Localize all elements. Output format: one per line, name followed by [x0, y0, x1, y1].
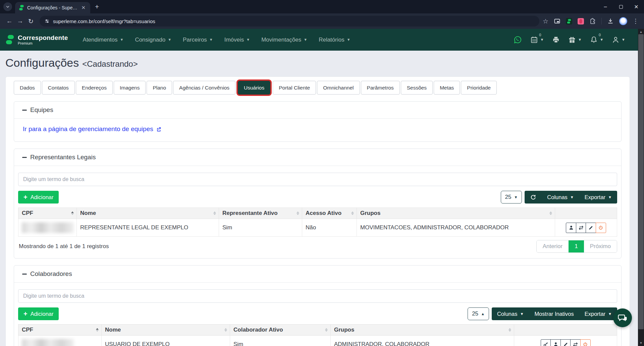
tab-dados[interactable]: Dados: [14, 81, 41, 95]
downloads-icon[interactable]: [607, 18, 614, 24]
user-action-button[interactable]: [550, 339, 561, 346]
colaboradores-export-button[interactable]: Exportar▼: [579, 307, 617, 320]
gift-menu[interactable]: ▼: [568, 36, 582, 44]
scrollbar-thumb[interactable]: [638, 34, 644, 329]
scrollbar-up-arrow[interactable]: ▲: [638, 30, 644, 34]
edit-action-button[interactable]: [560, 339, 571, 346]
representantes-refresh-button[interactable]: [525, 191, 542, 204]
extension-icon[interactable]: [578, 18, 584, 24]
browser-menu-icon[interactable]: ⋮: [633, 17, 639, 25]
column-header-representante-ativo[interactable]: Representante Ativo: [219, 208, 302, 219]
column-header-grupos[interactable]: Grupos: [357, 208, 555, 219]
tab-prioridade[interactable]: Prioridade: [461, 81, 497, 95]
extensions-puzzle-icon[interactable]: [589, 18, 596, 24]
tab-close-icon[interactable]: ✕: [80, 5, 87, 11]
external-link-icon: [156, 126, 162, 132]
tab-parametros[interactable]: Parâmetros: [361, 81, 400, 95]
colaboradores-columns-button[interactable]: Colunas▼: [492, 307, 529, 320]
tab-sessoes[interactable]: Sessões: [401, 81, 433, 95]
picture-in-picture-icon[interactable]: [554, 18, 560, 24]
section-equipes: Equipes Ir para a página de gerenciament…: [14, 101, 622, 142]
sort-icon: [213, 212, 216, 215]
user-menu[interactable]: ▼: [612, 36, 625, 44]
user-action-button[interactable]: [566, 223, 576, 233]
superleme-extension-icon[interactable]: [566, 18, 572, 24]
column-header-grupos[interactable]: Grupos: [331, 325, 514, 336]
teams-management-link[interactable]: Ir para a página de gerenciamento de equ…: [23, 125, 162, 133]
menu-atendimentos[interactable]: Atendimentos▼: [83, 37, 124, 43]
representantes-page-size-select[interactable]: 25 ▼: [501, 191, 522, 204]
reload-button[interactable]: ↻: [25, 16, 36, 26]
representantes-export-button[interactable]: Exportar▼: [579, 191, 617, 204]
column-header-cpf[interactable]: CPF: [18, 208, 77, 219]
menu-parceiros[interactable]: Parceiros▼: [183, 37, 213, 43]
tab-enderecos[interactable]: Endereços: [76, 81, 113, 95]
representantes-search-input[interactable]: [18, 173, 617, 186]
tab-omnichannel[interactable]: Omnichannel: [317, 81, 360, 95]
tab-metas[interactable]: Metas: [434, 81, 460, 95]
column-header-colaborador-ativo[interactable]: Colaborador Ativo: [230, 325, 331, 336]
colaboradores-show-inactive-button[interactable]: Mostrar Inativos: [529, 307, 579, 320]
tab-search-button[interactable]: [3, 2, 12, 11]
colaboradores-page-size-select[interactable]: 25 ▲: [468, 307, 489, 320]
tab-contatos[interactable]: Contatos: [42, 81, 75, 95]
cell-cpf: [18, 336, 102, 346]
column-header-nome[interactable]: Nome: [102, 325, 230, 336]
window-close-button[interactable]: ✕: [629, 0, 644, 13]
gift-icon: [568, 36, 576, 44]
column-header-nome[interactable]: Nome: [77, 208, 219, 219]
browser-profile-avatar[interactable]: [619, 17, 627, 25]
section-representantes-header[interactable]: Representantes Legais: [14, 149, 621, 166]
section-equipes-header[interactable]: Equipes: [14, 102, 621, 119]
calendar-menu[interactable]: 0 ▼: [530, 36, 544, 44]
user-icon: [569, 225, 574, 230]
deactivate-action-button[interactable]: [580, 339, 591, 346]
brand[interactable]: Correspondente Premium: [5, 35, 68, 45]
whatsapp-button[interactable]: [514, 36, 522, 44]
representantes-columns-button[interactable]: Colunas▼: [542, 191, 579, 204]
section-colaboradores-header[interactable]: Colaboradores: [14, 266, 621, 283]
forward-button[interactable]: →: [15, 16, 25, 26]
settings-card: Dados Contatos Endereços Imagens Plano A…: [5, 76, 630, 346]
browser-tab[interactable]: Configurações - Superleme ✕: [15, 2, 90, 13]
table-row: REPRESENTANTE LEGAL DE EXEMPLO Sim Não M…: [18, 219, 617, 237]
password-action-button[interactable]: [541, 339, 551, 346]
url-bar[interactable]: superleme.com.br/conf/self/mgr?tab=usuar…: [40, 16, 539, 26]
pagination-previous[interactable]: Anterior: [537, 240, 569, 252]
menu-relatorios[interactable]: Relatórios▼: [319, 37, 350, 43]
chevron-down-icon: ▼: [578, 38, 582, 42]
chevron-down-icon: ▼: [514, 195, 518, 199]
bookmark-star-icon[interactable]: ☆: [543, 17, 548, 25]
tab-imagens[interactable]: Imagens: [114, 81, 146, 95]
column-header-acesso-ativo[interactable]: Acesso Ativo: [302, 208, 357, 219]
menu-movimentacoes[interactable]: Movimentações▼: [261, 37, 307, 43]
pagination: Anterior 1 Próximo: [536, 240, 617, 253]
column-header-cpf[interactable]: CPF: [18, 325, 102, 336]
colaboradores-add-button[interactable]: + Adicionar: [18, 307, 59, 320]
tab-usuarios[interactable]: Usuários: [238, 81, 270, 95]
colaboradores-search-input[interactable]: [18, 289, 617, 303]
page-scrollbar[interactable]: ▲ ▼: [638, 29, 644, 346]
pagination-next[interactable]: Próximo: [584, 240, 617, 252]
new-tab-button[interactable]: +: [95, 3, 99, 11]
chevron-down-icon: [6, 5, 10, 9]
tab-plano[interactable]: Plano: [147, 81, 172, 95]
tab-portal-cliente[interactable]: Portal Cliente: [273, 81, 316, 95]
menu-consignado[interactable]: Consignado▼: [135, 37, 171, 43]
pagination-page-1[interactable]: 1: [569, 240, 584, 252]
representantes-add-button[interactable]: + Adicionar: [18, 191, 59, 204]
back-button[interactable]: ←: [4, 16, 15, 26]
window-minimize-button[interactable]: –: [598, 0, 613, 13]
window-maximize-button[interactable]: [613, 0, 629, 13]
notifications-menu[interactable]: 0 ▼: [590, 36, 603, 44]
swap-action-button[interactable]: [570, 339, 581, 346]
whatsapp-icon: [514, 36, 522, 44]
menu-imoveis[interactable]: Imóveis▼: [224, 37, 250, 43]
scrollbar-down-arrow[interactable]: ▼: [638, 341, 644, 345]
print-button[interactable]: [552, 36, 560, 44]
edit-action-button[interactable]: [586, 223, 596, 233]
tab-agencias-convenios[interactable]: Agências / Convênios: [173, 81, 235, 95]
swap-action-button[interactable]: [576, 223, 586, 233]
chat-fab-button[interactable]: [613, 308, 632, 327]
deactivate-action-button[interactable]: [596, 223, 606, 233]
